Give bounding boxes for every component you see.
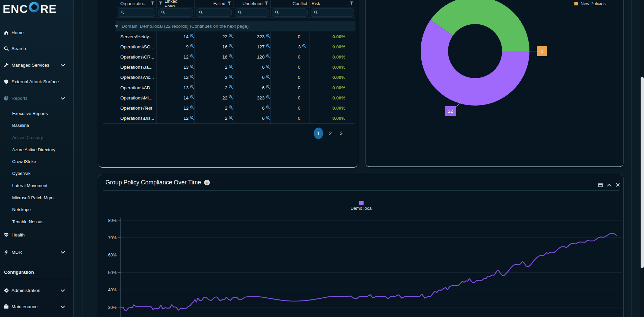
zoom-in-icon[interactable]: [229, 75, 233, 80]
column-header-organizatio-[interactable]: Organizatio...: [116, 0, 157, 7]
info-icon[interactable]: i: [204, 180, 210, 185]
sidebar-item-maintenance[interactable]: Maintenance: [0, 301, 74, 312]
zoom-in-icon[interactable]: [266, 65, 270, 70]
sidebar-item-cyberark[interactable]: CyberArk: [0, 168, 74, 178]
chevron-up-icon[interactable]: [607, 184, 612, 186]
column-search-input[interactable]: [311, 8, 354, 17]
zoom-in-icon[interactable]: [229, 44, 233, 49]
column-header-risk[interactable]: Risk: [309, 0, 355, 7]
zoom-in-icon[interactable]: [266, 54, 270, 60]
zoom-in-icon[interactable]: [229, 54, 233, 60]
table-group-row[interactable]: Domain: Demo.local (22 records) (Continu…: [116, 21, 355, 31]
column-search-input[interactable]: [196, 8, 232, 17]
sidebar-item-microsoft-patch-mgmt[interactable]: Microsoft Patch Mgmt: [0, 193, 74, 203]
donut-callout-0: 0: [537, 46, 547, 56]
zoom-in-icon[interactable]: [266, 44, 270, 49]
zoom-in-icon[interactable]: [190, 54, 194, 60]
zoom-in-icon[interactable]: [266, 105, 270, 111]
zoom-in-icon[interactable]: [266, 95, 270, 100]
column-header-undefined[interactable]: Undefined: [233, 0, 271, 7]
zoom-in-icon[interactable]: [229, 34, 233, 39]
sidebar-item-reports[interactable]: Reports: [0, 93, 74, 103]
app-logo[interactable]: ENCRE: [3, 1, 57, 16]
group-collapse-caret-icon[interactable]: [115, 24, 118, 29]
sidebar-item-active-directory[interactable]: Active Directory: [0, 132, 74, 142]
donut-legend[interactable]: New Policies: [574, 1, 605, 6]
donut-chart[interactable]: [419, 0, 554, 107]
table-row[interactable]: Operations\Dis...122600.00%: [116, 113, 355, 123]
cell-failed: 16: [222, 54, 227, 60]
sidebar-item-external-attack-surface[interactable]: External Attack Surface: [0, 76, 74, 87]
sidebar-item-lateral-movement[interactable]: Lateral Movement: [0, 180, 74, 190]
column-header-linked-polici-[interactable]: Linked Polici...: [157, 0, 195, 7]
column-header-conflict[interactable]: Conflict: [271, 0, 309, 7]
sidebar-item-executive-reports[interactable]: Executive Reports: [0, 108, 74, 118]
series-demo-local: [121, 233, 616, 311]
chevron-down-icon[interactable]: [61, 288, 65, 293]
scrollbar-thumb[interactable]: [641, 77, 644, 268]
sidebar-item-managed-services[interactable]: Managed Services: [0, 60, 74, 70]
table-row[interactable]: Operations\SO...91612730.00%: [116, 42, 355, 52]
table-row[interactable]: Operations\Mi...142232300.00%: [116, 93, 355, 103]
filter-funnel-icon[interactable]: [227, 1, 231, 6]
sidebar-item-mdr[interactable]: MDR: [0, 247, 74, 257]
sidebar-item-search[interactable]: Search: [0, 43, 74, 53]
line-legend-label[interactable]: Demo.local: [341, 206, 382, 211]
sidebar-item-home[interactable]: Home: [0, 27, 74, 38]
zoom-in-icon[interactable]: [266, 75, 270, 80]
sidebar-item-tenable-nessus[interactable]: Tenable Nessus: [0, 217, 74, 227]
zoom-in-icon[interactable]: [190, 85, 194, 90]
zoom-in-icon[interactable]: [229, 65, 233, 70]
table-row[interactable]: Operations\Test122600.00%: [116, 103, 355, 113]
page-button-1[interactable]: 1: [314, 128, 323, 139]
zoom-in-icon[interactable]: [266, 34, 270, 39]
filter-funnel-icon[interactable]: [265, 1, 268, 6]
chevron-down-icon[interactable]: [61, 250, 65, 255]
zoom-in-icon[interactable]: [229, 116, 233, 121]
cell-risk: 0.00%: [332, 34, 355, 39]
table-row[interactable]: Operations\Ja...132600.00%: [116, 62, 355, 72]
zoom-in-icon[interactable]: [302, 44, 306, 49]
column-search-input[interactable]: [158, 8, 193, 17]
filter-funnel-icon[interactable]: [151, 1, 154, 6]
cell-conflict: 0: [298, 95, 300, 100]
sidebar-item-baseline[interactable]: Baseline: [0, 120, 74, 130]
sidebar-item-azure-active-directory[interactable]: Azure Active Directory: [0, 144, 74, 155]
zoom-in-icon[interactable]: [229, 85, 233, 90]
wrench-icon: [3, 62, 9, 68]
zoom-in-icon[interactable]: [190, 116, 194, 121]
filter-funnel-icon[interactable]: [159, 1, 163, 6]
table-row[interactable]: Servers\Heidy...142232300.00%: [116, 31, 355, 42]
column-header-failed[interactable]: Failed: [195, 0, 233, 7]
chevron-down-icon[interactable]: [61, 63, 65, 68]
filter-funnel-icon[interactable]: [350, 1, 353, 6]
zoom-in-icon[interactable]: [266, 85, 270, 90]
zoom-in-icon[interactable]: [190, 65, 194, 70]
close-icon[interactable]: [616, 183, 620, 187]
table-row[interactable]: Operations\AD...132600.00%: [116, 83, 355, 93]
column-search-input[interactable]: [118, 8, 155, 17]
page-button-2[interactable]: 2: [327, 131, 333, 136]
chevron-down-icon[interactable]: [61, 96, 65, 101]
zoom-in-icon[interactable]: [266, 116, 270, 121]
sidebar-item-administration[interactable]: Administration: [0, 285, 74, 295]
zoom-in-icon[interactable]: [229, 105, 233, 111]
zoom-in-icon[interactable]: [190, 44, 194, 49]
page-button-3[interactable]: 3: [338, 131, 344, 136]
window-icon[interactable]: [598, 183, 603, 187]
zoom-in-icon[interactable]: [229, 95, 233, 100]
chevron-down-icon[interactable]: [61, 304, 65, 309]
zoom-in-icon[interactable]: [190, 34, 194, 39]
sidebar-item-netskope[interactable]: Netskope: [0, 204, 74, 214]
table-row[interactable]: Operations\Vic...122600.00%: [116, 72, 355, 83]
sidebar-item-health[interactable]: Health: [0, 230, 74, 240]
sidebar-item-crowdstrike[interactable]: CrowdStrike: [0, 156, 74, 166]
callout-line-22: [456, 103, 461, 107]
column-search-input[interactable]: [235, 8, 269, 17]
zoom-in-icon[interactable]: [190, 75, 194, 80]
cell-conflict: 3: [298, 44, 301, 49]
column-search-input[interactable]: [272, 8, 308, 17]
zoom-in-icon[interactable]: [190, 105, 194, 111]
zoom-in-icon[interactable]: [190, 95, 194, 100]
table-row[interactable]: Operations\CR...121612000.00%: [116, 52, 355, 62]
